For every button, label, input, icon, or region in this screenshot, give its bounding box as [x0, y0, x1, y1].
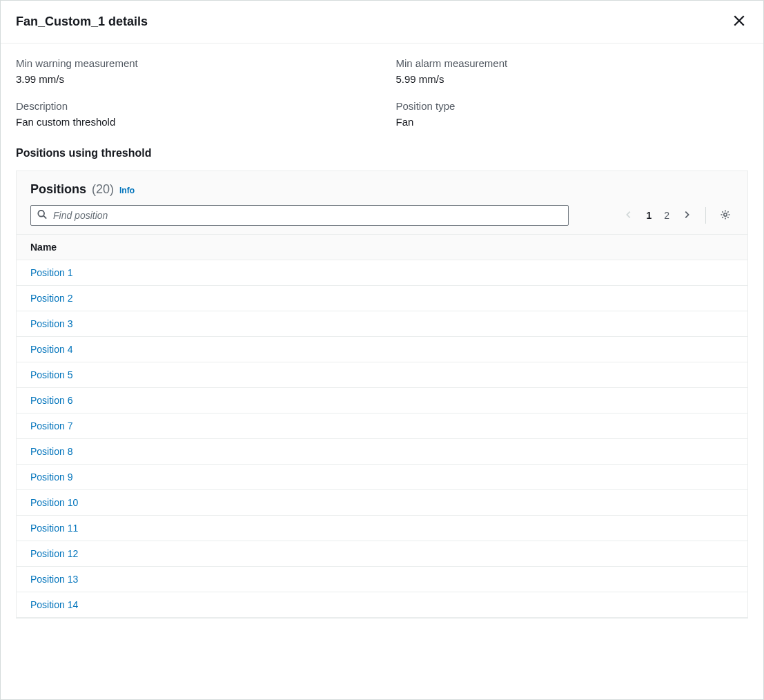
- position-link[interactable]: Position 8: [30, 446, 72, 457]
- position-link[interactable]: Position 4: [30, 344, 72, 355]
- prev-page-button[interactable]: [621, 207, 636, 224]
- close-icon: [733, 14, 745, 29]
- positions-container: Positions (20) Info: [16, 171, 748, 619]
- table-header-name: Name: [17, 234, 747, 260]
- close-button[interactable]: [730, 12, 748, 32]
- gear-icon: [720, 209, 731, 222]
- detail-label: Min warning measurement: [16, 57, 369, 69]
- detail-value: 3.99 mm/s: [16, 73, 369, 85]
- page-2[interactable]: 2: [661, 208, 672, 222]
- table-row: Position 3: [17, 311, 747, 337]
- positions-section-heading: Positions using threshold: [16, 147, 748, 159]
- detail-min-warning: Min warning measurement 3.99 mm/s: [16, 57, 369, 85]
- detail-label: Min alarm measurement: [396, 57, 749, 69]
- positions-title-row: Positions (20) Info: [30, 182, 734, 197]
- positions-title: Positions: [30, 182, 86, 197]
- search-input[interactable]: [30, 205, 569, 226]
- position-link[interactable]: Position 14: [30, 599, 78, 610]
- position-link[interactable]: Position 1: [30, 267, 72, 278]
- pagination: 1 2: [621, 206, 734, 225]
- table-row: Position 12: [17, 541, 747, 567]
- position-link[interactable]: Position 11: [30, 523, 78, 534]
- positions-count: (20): [92, 182, 114, 197]
- position-link[interactable]: Position 7: [30, 420, 72, 431]
- table-row: Position 7: [17, 414, 747, 439]
- positions-header: Positions (20) Info: [17, 171, 747, 234]
- detail-label: Position type: [396, 100, 749, 112]
- svg-point-4: [724, 213, 727, 215]
- position-link[interactable]: Position 12: [30, 548, 78, 559]
- details-grid: Min warning measurement 3.99 mm/s Min al…: [16, 57, 748, 128]
- next-page-button[interactable]: [679, 207, 694, 224]
- table-row: Position 9: [17, 465, 747, 490]
- table-row: Position 1: [17, 260, 747, 286]
- position-link[interactable]: Position 13: [30, 574, 78, 585]
- settings-button[interactable]: [717, 206, 734, 225]
- position-link[interactable]: Position 2: [30, 293, 72, 304]
- chevron-left-icon: [624, 210, 634, 222]
- modal-title: Fan_Custom_1 details: [16, 14, 148, 29]
- page-1[interactable]: 1: [643, 208, 654, 222]
- table-row: Position 13: [17, 567, 747, 592]
- position-link[interactable]: Position 10: [30, 497, 78, 508]
- positions-table: Name Position 1Position 2Position 3Posit…: [17, 234, 747, 618]
- table-row: Position 8: [17, 439, 747, 465]
- chevron-right-icon: [682, 210, 692, 222]
- detail-value: Fan custom threshold: [16, 116, 369, 128]
- divider: [705, 207, 706, 224]
- table-row: Position 10: [17, 490, 747, 516]
- info-link[interactable]: Info: [119, 186, 135, 195]
- table-row: Position 14: [17, 592, 747, 618]
- table-row: Position 5: [17, 362, 747, 388]
- position-link[interactable]: Position 9: [30, 471, 72, 483]
- detail-value: 5.99 mm/s: [396, 73, 749, 85]
- table-row: Position 11: [17, 516, 747, 541]
- detail-value: Fan: [396, 116, 749, 128]
- search-wrapper: [30, 205, 569, 226]
- table-row: Position 6: [17, 388, 747, 414]
- modal-header: Fan_Custom_1 details: [1, 1, 763, 43]
- detail-min-alarm: Min alarm measurement 5.99 mm/s: [396, 57, 749, 85]
- detail-label: Description: [16, 100, 369, 112]
- detail-position-type: Position type Fan: [396, 100, 749, 128]
- modal-body: Min warning measurement 3.99 mm/s Min al…: [1, 43, 763, 632]
- position-link[interactable]: Position 6: [30, 395, 72, 406]
- table-row: Position 4: [17, 337, 747, 362]
- position-link[interactable]: Position 3: [30, 318, 72, 329]
- detail-description: Description Fan custom threshold: [16, 100, 369, 128]
- table-body: Position 1Position 2Position 3Position 4…: [17, 260, 747, 618]
- table-row: Position 2: [17, 286, 747, 311]
- positions-toolbar: 1 2: [30, 205, 734, 226]
- position-link[interactable]: Position 5: [30, 369, 72, 380]
- details-modal: Fan_Custom_1 details Min warning measure…: [0, 0, 764, 700]
